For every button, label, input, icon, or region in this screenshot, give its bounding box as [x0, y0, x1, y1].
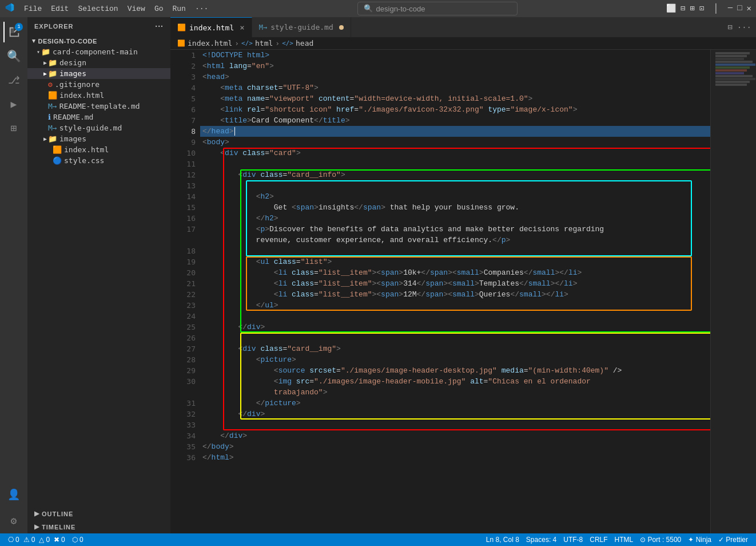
- status-port[interactable]: ⊙ Port : 5500: [636, 536, 685, 544]
- activity-icon-search[interactable]: 🔍: [3, 46, 24, 66]
- code-area[interactable]: <!DOCTYPE html> <html lang="en"> <head> …: [200, 50, 710, 533]
- activity-icon-extensions[interactable]: ⊞: [3, 118, 24, 139]
- line-number: 11: [170, 159, 196, 169]
- code-line-34: </div>: [202, 430, 710, 441]
- breadcrumb-item-html[interactable]: html: [255, 39, 273, 48]
- titlebar: File Edit Selection View Go Run ··· 🔍 de…: [0, 0, 756, 17]
- timeline-section[interactable]: ▶TIMELINE: [27, 520, 170, 533]
- code-line-21: <li class="list__item"><span>314</span><…: [202, 278, 710, 289]
- line-number: 14: [170, 191, 196, 202]
- svg-rect-0: [10, 27, 14, 33]
- code-line-19: <ul class="list">: [202, 256, 710, 267]
- layout-icon[interactable]: ⬜: [666, 3, 676, 14]
- status-line-ending[interactable]: CRLF: [586, 536, 611, 544]
- code-line-33: [202, 420, 710, 430]
- line-number: 12: [170, 169, 196, 180]
- tree-item-style-guide[interactable]: M→ style-guide.md: [27, 122, 170, 133]
- activity-bar: 1 🔍 ⎇ ▶ ⊞ 👤 ⚙: [0, 17, 27, 533]
- code-line-10: <div class="card">: [202, 148, 710, 159]
- line-number: 35: [170, 441, 196, 452]
- more-actions-icon[interactable]: ···: [737, 23, 751, 32]
- code-line-14: <h2>: [202, 191, 710, 202]
- menu-edit[interactable]: Edit: [46, 2, 73, 15]
- sidebar: EXPLORER ··· ▾ DESIGN-TO-CODE ▾ 📁 card-c…: [27, 17, 170, 533]
- project-header[interactable]: ▾ DESIGN-TO-CODE: [27, 35, 170, 46]
- line-number: 13: [170, 180, 196, 191]
- line-number: 36: [170, 452, 196, 463]
- activity-icon-account[interactable]: 👤: [3, 484, 24, 505]
- tree-item-style-css[interactable]: 🔵 style.css: [27, 155, 170, 166]
- breadcrumb-sep-1: ›: [234, 39, 239, 48]
- split-editor-icon[interactable]: ⊟: [727, 22, 732, 32]
- outline-section[interactable]: ▶OUTLINE: [27, 507, 170, 520]
- menu-view[interactable]: View: [123, 2, 150, 15]
- tree-label: card-component-main: [53, 48, 138, 56]
- line-number: 16: [170, 213, 196, 224]
- layout-split-icon[interactable]: ⊟: [681, 3, 685, 14]
- search-bar[interactable]: 🔍 design-to-code: [357, 2, 518, 15]
- tree-item-design[interactable]: ▶ 📁 design: [27, 57, 170, 68]
- info-count: 0: [46, 536, 50, 544]
- code-line-20: <li class="list__item"><span>10k+</span>…: [202, 267, 710, 278]
- tab-html-label: index.html: [189, 23, 234, 32]
- tree-item-images-active[interactable]: ▶ 📁 images: [27, 68, 170, 79]
- menu-run[interactable]: Run: [168, 2, 190, 15]
- activity-icon-source-control[interactable]: ⎇: [3, 70, 24, 90]
- tree-label: README.md: [53, 113, 93, 121]
- menu-more[interactable]: ···: [190, 2, 213, 15]
- code-line-32: </div>: [202, 409, 710, 420]
- search-text: design-to-code: [376, 5, 425, 13]
- breadcrumb-item-file[interactable]: index.html: [188, 39, 232, 48]
- layout-grid-icon[interactable]: ⊞: [690, 3, 694, 14]
- maximize-button[interactable]: □: [737, 3, 742, 14]
- status-spaces[interactable]: Spaces: 4: [523, 536, 560, 544]
- layout-custom-icon[interactable]: ⊡: [699, 3, 704, 14]
- minimize-button[interactable]: ─: [728, 3, 733, 14]
- tab-index-html[interactable]: 🟧 index.html ×: [170, 17, 252, 37]
- code-line-27: <div class="card__img">: [202, 343, 710, 354]
- status-encoding[interactable]: UTF-8: [560, 536, 586, 544]
- line-number: 28: [170, 354, 196, 365]
- status-ln-col[interactable]: Ln 8, Col 8: [483, 536, 523, 544]
- tree-item-card-component[interactable]: ▾ 📁 card-component-main: [27, 46, 170, 57]
- code-line-30: <img src="./images/image-header-mobile.j…: [202, 376, 710, 387]
- tab-style-guide[interactable]: M→ style-guide.md: [252, 17, 351, 37]
- status-language[interactable]: HTML: [611, 536, 637, 544]
- menu-selection[interactable]: Selection: [73, 2, 122, 15]
- tree-item-index-html-2[interactable]: 🟧 index.html: [27, 144, 170, 155]
- status-remote[interactable]: ⬡ 0: [69, 536, 87, 544]
- line-number: 30: [170, 376, 196, 387]
- tree-item-readme-template[interactable]: M→ README-template.md: [27, 101, 170, 112]
- close-button[interactable]: ✕: [747, 3, 751, 14]
- menu-file[interactable]: File: [19, 2, 46, 15]
- tab-html-close[interactable]: ×: [240, 23, 244, 32]
- warning-count: 0: [31, 536, 35, 544]
- tab-bar-actions: ⊟ ···: [723, 17, 756, 37]
- search-icon: 🔍: [364, 4, 373, 13]
- sidebar-bottom: ▶OUTLINE ▶TIMELINE: [27, 507, 170, 533]
- status-ninja[interactable]: ✦ Ninja: [685, 536, 715, 544]
- tree-item-readme[interactable]: ℹ README.md: [27, 112, 170, 122]
- activity-icon-settings[interactable]: ⚙: [3, 511, 24, 531]
- breadcrumb-item-head[interactable]: head: [296, 39, 313, 48]
- code-line-4: <meta charset="UTF-8">: [202, 82, 710, 93]
- code-line-11: [202, 159, 710, 169]
- activity-icon-explorer[interactable]: 1: [3, 22, 24, 42]
- tree-item-index-html[interactable]: 🟧 index.html: [27, 90, 170, 101]
- line-number: 23: [170, 300, 196, 311]
- tree-item-images-folder2[interactable]: ▶ 📁 images: [27, 133, 170, 144]
- status-prettier[interactable]: ✓ Prettier: [715, 536, 751, 544]
- code-line-13: [202, 180, 710, 191]
- tree-item-gitignore[interactable]: ⚙ .gitignore: [27, 79, 170, 90]
- line-number: 27: [170, 343, 196, 354]
- code-line-23: </ul>: [202, 300, 710, 311]
- line-number: 22: [170, 289, 196, 300]
- status-errors[interactable]: ⎔ 0 ⚠ 0 △ 0 ✖ 0: [5, 536, 69, 544]
- menu-go[interactable]: Go: [150, 2, 168, 15]
- warning-icon: ⚠: [23, 536, 30, 544]
- code-line-12: <div class="card__info">: [202, 169, 710, 180]
- breadcrumb-sep-2: ›: [275, 39, 280, 48]
- minimap: [710, 50, 756, 533]
- activity-icon-run[interactable]: ▶: [3, 94, 24, 114]
- code-line-35: </body>: [202, 441, 710, 452]
